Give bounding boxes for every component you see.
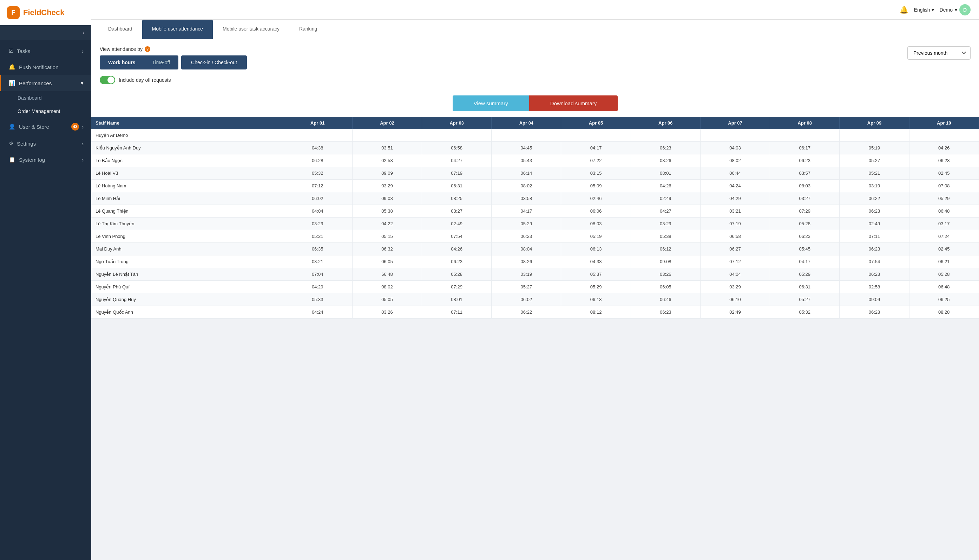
staff-name-cell: Lê Vinh Phong [91,230,283,243]
view-summary-button[interactable]: View summary [453,95,529,111]
attendance-cell: 07:11 [840,230,909,243]
table-row: Huyện Ar Demo [91,129,979,142]
sidebar-item-label: User & Store [19,124,49,130]
language-selector[interactable]: English ▾ [914,7,934,13]
sidebar-sub-item-order-management[interactable]: Order Management [0,105,91,118]
sidebar-item-user-store[interactable]: 👤 User & Store 43 › [0,118,91,135]
staff-name-cell: Nguyễn Quang Huy [91,293,283,306]
controls-area: View attendance by ? Work hours Time-off… [91,39,979,90]
attendance-cell: 06:05 [631,281,700,293]
table-row: Lê Vinh Phong05:2105:1507:5406:2305:1905… [91,230,979,243]
tab-ranking[interactable]: Ranking [289,20,327,39]
attendance-cell: 07:12 [283,180,352,192]
view-type-buttons: Work hours Time-off [100,55,179,70]
attendance-cell: 09:08 [352,192,422,205]
logo-area: F FieldCheck [0,0,91,25]
tab-mobile-user-attendance[interactable]: Mobile user attendance [142,20,213,39]
attendance-cell: 06:02 [491,293,561,306]
attendance-cell [422,129,491,142]
attendance-cell: 05:32 [770,306,840,318]
table-row: Lê Hoàng Nam07:1203:2906:3108:0205:0904:… [91,180,979,192]
attendance-cell: 04:27 [422,154,491,167]
info-icon[interactable]: ? [145,46,150,52]
attendance-cell [909,129,979,142]
attendance-cell: 04:38 [283,142,352,154]
table-header-row: Staff NameApr 01Apr 02Apr 03Apr 04Apr 05… [91,117,979,129]
attendance-cell: 03:26 [631,268,700,281]
table-row: Nguyễn Quang Huy05:3305:0508:0106:0206:1… [91,293,979,306]
attendance-cell: 05:15 [352,230,422,243]
attendance-cell: 66:48 [352,268,422,281]
attendance-cell [770,129,840,142]
attendance-cell [352,129,422,142]
work-hours-button[interactable]: Work hours [100,55,144,70]
language-label: English [914,7,930,13]
attendance-cell: 06:32 [352,243,422,255]
username-label: Demo [940,7,953,13]
table-row: Mai Duy Anh06:3506:3204:2608:0406:1306:1… [91,243,979,255]
include-dayoff-toggle[interactable] [100,76,115,84]
tab-dashboard[interactable]: Dashboard [98,20,142,39]
attendance-cell: 03:15 [561,167,631,180]
summary-buttons-row: View summary Download summary [91,90,979,117]
attendance-cell: 05:19 [840,142,909,154]
table-body: Huyện Ar DemoKiều Nguyễn Anh Duy04:3803:… [91,129,979,318]
attendance-cell [840,129,909,142]
avatar: D [959,4,971,15]
attendance-cell: 06:06 [561,205,631,218]
checkin-checkout-button[interactable]: Check-in / Check-out [181,55,247,70]
content-area: Dashboard Mobile user attendance Mobile … [91,20,979,560]
attendance-cell: 05:38 [352,205,422,218]
sidebar-item-label: Tasks [17,48,30,54]
attendance-cell: 08:02 [352,281,422,293]
user-menu[interactable]: Demo ▾ D [940,4,971,15]
attendance-cell: 03:29 [631,218,700,230]
table-header-cell: Apr 05 [561,117,631,129]
table-header-cell: Staff Name [91,117,283,129]
attendance-cell: 06:23 [840,205,909,218]
sidebar-item-label: System log [19,157,45,163]
view-attendance-label: View attendance by ? [100,46,247,52]
staff-name-cell: Nguyễn Lê Nhật Tân [91,268,283,281]
user-chevron-icon: ▾ [955,7,957,13]
attendance-cell: 06:31 [770,281,840,293]
attendance-cell: 06:28 [840,306,909,318]
sidebar-item-label: Push Notification [19,64,58,70]
attendance-cell: 05:27 [840,154,909,167]
chevron-right-icon: › [82,124,84,130]
attendance-cell: 05:45 [770,243,840,255]
attendance-cell: 03:57 [770,167,840,180]
tabs-bar: Dashboard Mobile user attendance Mobile … [91,20,979,39]
attendance-cell: 06:21 [909,255,979,268]
staff-name-cell: Lê Bảo Ngọc [91,154,283,167]
attendance-cell [561,129,631,142]
attendance-cell: 04:33 [561,255,631,268]
period-select[interactable]: Previous month Current month Custom rang… [907,46,971,60]
table-row: Lê Hoài Vũ05:3209:0907:1906:1403:1508:01… [91,167,979,180]
sidebar-collapse-button[interactable]: ‹ [0,25,91,40]
user-store-badge: 43 [71,123,79,130]
attendance-cell: 07:54 [422,230,491,243]
attendance-cell: 03:17 [909,218,979,230]
download-summary-button[interactable]: Download summary [529,95,618,111]
sidebar-item-tasks[interactable]: ☑ Tasks › [0,43,91,59]
sidebar-item-settings[interactable]: ⚙ Settings › [0,135,91,152]
staff-name-cell: Lê Minh Hải [91,192,283,205]
tab-mobile-user-task-accuracy[interactable]: Mobile user task accuracy [213,20,289,39]
time-off-button[interactable]: Time-off [144,55,179,70]
attendance-cell [700,129,770,142]
notification-bell-icon[interactable]: 🔔 [900,6,909,14]
attendance-cell: 07:19 [700,218,770,230]
sidebar-sub-item-dashboard[interactable]: Dashboard [0,91,91,105]
chevron-down-icon: ▾ [81,80,84,86]
attendance-cell: 04:04 [700,268,770,281]
logo-icon: F [7,6,20,19]
sidebar-item-system-log[interactable]: 📋 System log › [0,152,91,168]
sidebar-item-performances[interactable]: 📊 Performances ▾ [0,75,91,91]
attendance-cell: 06:23 [491,230,561,243]
logo-field: Field [23,8,41,17]
staff-name-cell: Kiều Nguyễn Anh Duy [91,142,283,154]
sidebar-item-push-notification[interactable]: 🔔 Push Notification [0,59,91,75]
attendance-cell: 06:05 [352,255,422,268]
sidebar-item-label: Settings [17,141,36,147]
